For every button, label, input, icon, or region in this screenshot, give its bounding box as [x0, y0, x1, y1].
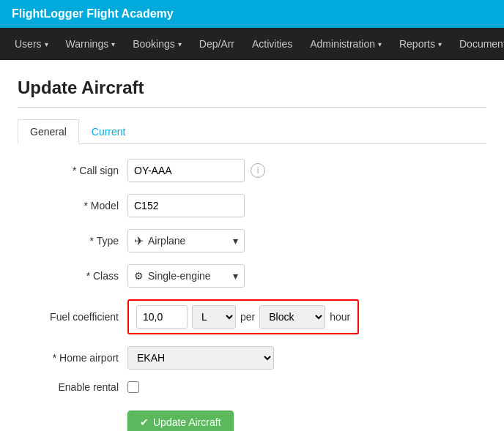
chevron-down-icon: ▾ [45, 40, 48, 48]
nav-item-deparr[interactable]: Dep/Arr [190, 28, 243, 60]
tabs: General Current [18, 119, 486, 144]
type-select[interactable]: ✈ Airplane ▾ [127, 229, 245, 252]
class-row: * Class ⚙ Single-engine ▾ [32, 264, 486, 288]
enable-rental-row: Enable rental [32, 381, 486, 393]
checkmark-icon: ✔ [140, 416, 149, 428]
fuel-value-input[interactable] [136, 305, 188, 329]
home-airport-label: * Home airport [32, 352, 127, 364]
chevron-down-icon: ▾ [111, 40, 115, 48]
brand-bar: FlightLogger Flight Academy [0, 0, 504, 28]
model-row: * Model [32, 194, 486, 217]
tab-general[interactable]: General [18, 119, 79, 144]
airplane-icon: ✈ [134, 234, 144, 248]
chevron-down-icon: ▾ [178, 40, 182, 48]
call-sign-row: * Call sign i [32, 159, 486, 182]
nav-item-bookings[interactable]: Bookings ▾ [124, 28, 190, 60]
hour-label: hour [330, 311, 350, 323]
home-airport-row: * Home airport EKAH EKBI EKOD [32, 346, 486, 370]
class-icon: ⚙ [134, 270, 144, 282]
model-input[interactable] [127, 194, 245, 217]
fuel-coefficient-row: Fuel coefficient L gal kg per Block Flig… [32, 299, 486, 334]
brand-title: FlightLogger Flight Academy [12, 7, 174, 20]
fuel-coefficient-box: L gal kg per Block Flight Hobbs hour [127, 299, 359, 334]
call-sign-input[interactable] [127, 159, 245, 182]
chevron-down-icon: ▾ [233, 235, 238, 247]
chevron-down-icon: ▾ [438, 40, 442, 48]
chevron-down-icon: ▾ [378, 40, 382, 48]
fuel-block-select[interactable]: Block Flight Hobbs [259, 305, 325, 329]
per-label: per [240, 311, 255, 323]
nav-item-reports[interactable]: Reports ▾ [390, 28, 451, 60]
nav-bar: Users ▾ Warnings ▾ Bookings ▾ Dep/Arr Ac… [0, 28, 504, 60]
divider [18, 107, 486, 108]
class-select[interactable]: ⚙ Single-engine ▾ [127, 264, 245, 288]
type-value: Airplane [148, 235, 185, 247]
home-airport-select[interactable]: EKAH EKBI EKOD [127, 346, 274, 370]
type-row: * Type ✈ Airplane ▾ [32, 229, 486, 252]
update-aircraft-button[interactable]: ✔ Update Aircraft [127, 411, 234, 431]
enable-rental-checkbox[interactable] [127, 381, 139, 393]
update-button-row: ✔ Update Aircraft [32, 411, 486, 431]
type-label: * Type [32, 235, 127, 247]
class-value: Single-engine [148, 270, 211, 282]
nav-item-administration[interactable]: Administration ▾ [301, 28, 390, 60]
form-section: * Call sign i * Model * Type ✈ Airplane … [18, 159, 486, 431]
model-label: * Model [32, 200, 127, 211]
fuel-unit-select[interactable]: L gal kg [192, 305, 236, 329]
page-content: Update Aircraft General Current * Call s… [0, 60, 504, 431]
enable-rental-label: Enable rental [32, 381, 127, 393]
enable-rental-checkbox-wrapper [127, 381, 139, 393]
nav-item-documents[interactable]: Documents [451, 28, 504, 60]
chevron-down-icon: ▾ [233, 270, 238, 282]
class-label: * Class [32, 270, 127, 282]
tab-current[interactable]: Current [79, 119, 138, 144]
nav-item-activities[interactable]: Activities [243, 28, 301, 60]
nav-item-warnings[interactable]: Warnings ▾ [57, 28, 125, 60]
info-icon[interactable]: i [251, 163, 265, 178]
page-title: Update Aircraft [18, 78, 486, 98]
nav-item-users[interactable]: Users ▾ [6, 28, 57, 60]
fuel-coefficient-label: Fuel coefficient [32, 311, 127, 323]
call-sign-label: * Call sign [32, 165, 127, 176]
